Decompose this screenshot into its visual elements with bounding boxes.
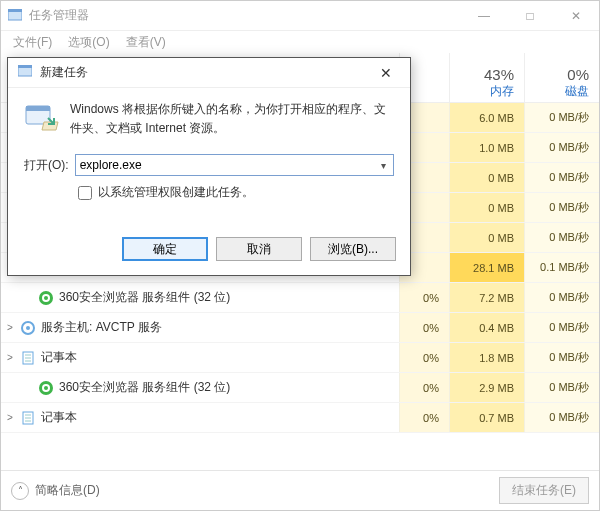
brief-info-toggle[interactable]: ˄ 简略信息(D) bbox=[11, 482, 100, 500]
cell-disk: 0 MB/秒 bbox=[524, 193, 599, 222]
cell-disk: 0 MB/秒 bbox=[524, 403, 599, 432]
browse-button[interactable]: 浏览(B)... bbox=[310, 237, 396, 261]
cell-cpu: 0% bbox=[399, 283, 449, 312]
new-task-dialog: 新建任务 ✕ Windows 将根据你所键入的名称，为你打开相应的程序、文件夹、… bbox=[7, 57, 411, 276]
mem-percent: 43% bbox=[450, 66, 514, 83]
col-memory[interactable]: 43% 内存 bbox=[449, 53, 524, 102]
menu-bar: 文件(F) 选项(O) 查看(V) bbox=[1, 31, 599, 53]
cell-cpu: 0% bbox=[399, 313, 449, 342]
cell-memory: 6.0 MB bbox=[449, 103, 524, 132]
process-icon bbox=[37, 379, 55, 397]
footer: ˄ 简略信息(D) 结束任务(E) bbox=[1, 470, 599, 510]
maximize-button[interactable]: □ bbox=[507, 1, 553, 31]
minimize-button[interactable]: — bbox=[461, 1, 507, 31]
menu-file[interactable]: 文件(F) bbox=[5, 32, 60, 53]
expand-icon[interactable]: > bbox=[1, 322, 19, 333]
open-input[interactable] bbox=[75, 154, 394, 176]
expand-icon[interactable]: > bbox=[1, 412, 19, 423]
admin-checkbox[interactable] bbox=[78, 186, 92, 200]
expand-icon[interactable]: > bbox=[1, 352, 19, 363]
process-name: 360安全浏览器 服务组件 (32 位) bbox=[59, 289, 399, 306]
table-row[interactable]: >记事本0%1.8 MB0 MB/秒 bbox=[1, 343, 599, 373]
dialog-title-bar: 新建任务 ✕ bbox=[8, 58, 410, 88]
table-row[interactable]: 360安全浏览器 服务组件 (32 位)0%2.9 MB0 MB/秒 bbox=[1, 373, 599, 403]
process-icon bbox=[19, 409, 37, 427]
process-name: 记事本 bbox=[41, 409, 399, 426]
run-icon bbox=[24, 100, 60, 136]
cell-memory: 7.2 MB bbox=[449, 283, 524, 312]
cell-disk: 0 MB/秒 bbox=[524, 103, 599, 132]
cell-memory: 0 MB bbox=[449, 163, 524, 192]
table-row[interactable]: 360安全浏览器 服务组件 (32 位)0%7.2 MB0 MB/秒 bbox=[1, 283, 599, 313]
dropdown-icon[interactable]: ▾ bbox=[375, 157, 391, 173]
window-title: 任务管理器 bbox=[29, 7, 461, 24]
disk-percent: 0% bbox=[525, 66, 589, 83]
cell-memory: 0 MB bbox=[449, 223, 524, 252]
disk-label: 磁盘 bbox=[525, 83, 589, 100]
window-buttons: — □ ✕ bbox=[461, 1, 599, 31]
cell-memory: 0 MB bbox=[449, 193, 524, 222]
cell-disk: 0 MB/秒 bbox=[524, 343, 599, 372]
table-row[interactable]: >服务主机: AVCTP 服务0%0.4 MB0 MB/秒 bbox=[1, 313, 599, 343]
cell-disk: 0 MB/秒 bbox=[524, 133, 599, 162]
col-disk[interactable]: 0% 磁盘 bbox=[524, 53, 599, 102]
cell-cpu: 0% bbox=[399, 343, 449, 372]
dialog-close-button[interactable]: ✕ bbox=[366, 59, 406, 87]
process-name: 记事本 bbox=[41, 349, 399, 366]
chevron-up-icon: ˄ bbox=[11, 482, 29, 500]
open-label: 打开(O): bbox=[24, 157, 69, 174]
cell-disk: 0 MB/秒 bbox=[524, 163, 599, 192]
cell-disk: 0 MB/秒 bbox=[524, 313, 599, 342]
cell-disk: 0.1 MB/秒 bbox=[524, 253, 599, 282]
cancel-button[interactable]: 取消 bbox=[216, 237, 302, 261]
cell-memory: 1.0 MB bbox=[449, 133, 524, 162]
cell-disk: 0 MB/秒 bbox=[524, 223, 599, 252]
dialog-description: Windows 将根据你所键入的名称，为你打开相应的程序、文件夹、文档或 Int… bbox=[70, 100, 394, 138]
menu-options[interactable]: 选项(O) bbox=[60, 32, 117, 53]
svg-point-6 bbox=[26, 326, 30, 330]
svg-rect-1 bbox=[8, 9, 22, 12]
cell-cpu: 0% bbox=[399, 373, 449, 402]
cell-memory: 1.8 MB bbox=[449, 343, 524, 372]
process-icon bbox=[19, 319, 37, 337]
cell-memory: 28.1 MB bbox=[449, 253, 524, 282]
dialog-title: 新建任务 bbox=[40, 64, 366, 81]
svg-rect-19 bbox=[18, 65, 32, 68]
cell-disk: 0 MB/秒 bbox=[524, 373, 599, 402]
process-name: 服务主机: AVCTP 服务 bbox=[41, 319, 399, 336]
brief-label: 简略信息(D) bbox=[35, 482, 100, 499]
open-combo: ▾ bbox=[75, 154, 394, 176]
process-name: 360安全浏览器 服务组件 (32 位) bbox=[59, 379, 399, 396]
svg-point-4 bbox=[44, 296, 48, 300]
cell-memory: 0.4 MB bbox=[449, 313, 524, 342]
svg-rect-21 bbox=[26, 106, 50, 111]
process-icon bbox=[19, 349, 37, 367]
dialog-icon bbox=[18, 65, 34, 81]
table-row[interactable]: >记事本0%0.7 MB0 MB/秒 bbox=[1, 403, 599, 433]
process-icon bbox=[37, 289, 55, 307]
cell-memory: 0.7 MB bbox=[449, 403, 524, 432]
app-icon bbox=[7, 8, 23, 24]
svg-point-13 bbox=[44, 386, 48, 390]
close-button[interactable]: ✕ bbox=[553, 1, 599, 31]
end-task-button[interactable]: 结束任务(E) bbox=[499, 477, 589, 504]
menu-view[interactable]: 查看(V) bbox=[118, 32, 174, 53]
admin-label: 以系统管理权限创建此任务。 bbox=[98, 184, 254, 201]
title-bar: 任务管理器 — □ ✕ bbox=[1, 1, 599, 31]
cell-disk: 0 MB/秒 bbox=[524, 283, 599, 312]
mem-label: 内存 bbox=[450, 83, 514, 100]
cell-cpu: 0% bbox=[399, 403, 449, 432]
cell-memory: 2.9 MB bbox=[449, 373, 524, 402]
ok-button[interactable]: 确定 bbox=[122, 237, 208, 261]
